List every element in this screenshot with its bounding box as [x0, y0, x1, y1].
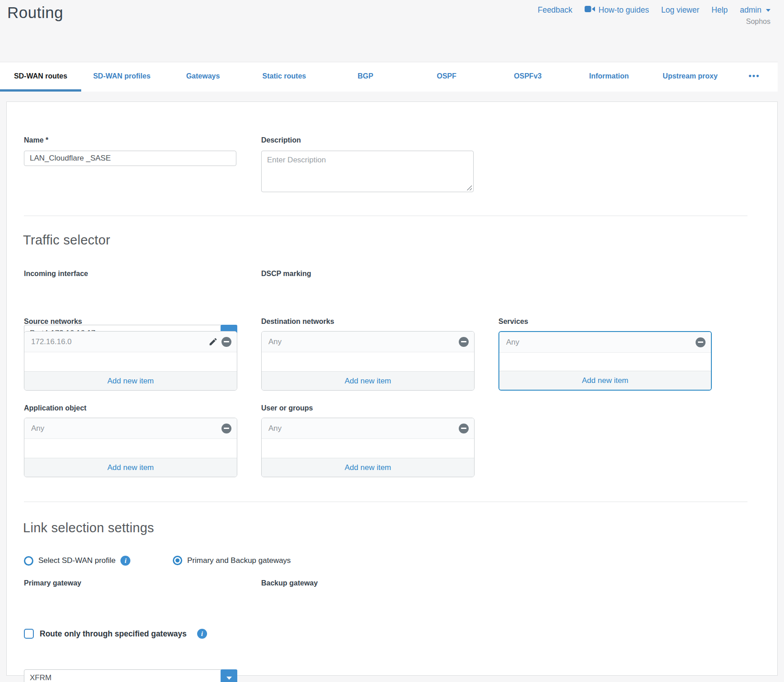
tab-sd-wan-profiles[interactable]: SD-WAN profiles: [81, 62, 162, 92]
user-or-groups-listbox: Any Add new item: [261, 418, 475, 477]
services-label: Services: [498, 318, 528, 326]
link-selection-heading: Link selection settings: [23, 521, 154, 535]
caret-down-icon: [226, 677, 232, 680]
route-only-checkbox-row: Route only through specified gateways: [24, 629, 207, 639]
add-new-item-button[interactable]: Add new item: [24, 371, 237, 390]
tab-gateways[interactable]: Gateways: [162, 62, 244, 92]
application-object-listbox: Any Add new item: [24, 418, 237, 477]
list-item: Any: [499, 332, 711, 353]
page-title: Routing: [7, 4, 63, 22]
description-textarea[interactable]: [261, 151, 474, 192]
destination-networks-label: Destination networks: [261, 318, 334, 326]
remove-item-icon[interactable]: [459, 337, 469, 347]
dscp-marking-label: DSCP marking: [261, 270, 311, 278]
primary-gateway-label: Primary gateway: [24, 579, 81, 587]
source-networks-label: Source networks: [24, 318, 82, 326]
name-input[interactable]: [24, 151, 236, 166]
add-new-item-button[interactable]: Add new item: [262, 458, 474, 477]
header-links: Feedback How-to guides Log viewer Help a…: [538, 5, 770, 15]
tab-sd-wan-routes[interactable]: SD-WAN routes: [0, 62, 81, 92]
remove-item-icon[interactable]: [696, 337, 706, 347]
brand-label: Sophos: [538, 18, 770, 26]
remove-item-icon[interactable]: [459, 424, 469, 433]
route-only-checkbox[interactable]: [24, 629, 34, 639]
tab-upstream-proxy[interactable]: Upstream proxy: [650, 62, 731, 92]
section-divider: [24, 502, 747, 502]
traffic-selector-heading: Traffic selector: [23, 233, 110, 248]
application-object-label: Application object: [24, 404, 87, 412]
info-icon[interactable]: [120, 556, 130, 566]
tab-bgp[interactable]: BGP: [325, 62, 406, 92]
chevron-down-icon: [766, 9, 770, 12]
services-listbox: Any Add new item: [498, 331, 712, 391]
tab-more-icon[interactable]: •••: [731, 62, 778, 92]
add-new-item-button[interactable]: Add new item: [499, 371, 711, 390]
routing-tabbar: SD-WAN routes SD-WAN profiles Gateways S…: [0, 62, 778, 92]
name-label: Name *: [24, 136, 48, 144]
primary-backup-radio[interactable]: Primary and Backup gateways: [173, 556, 291, 565]
user-or-groups-label: User or groups: [261, 404, 313, 412]
video-camera-icon: [585, 5, 595, 15]
section-divider: [24, 216, 747, 216]
radio-selected-icon[interactable]: [173, 556, 182, 565]
incoming-interface-label: Incoming interface: [24, 270, 88, 278]
info-icon[interactable]: [197, 629, 207, 639]
list-item: Any: [262, 418, 474, 439]
sd-wan-route-form-panel: Name * Description Traffic selector Inco…: [6, 101, 778, 676]
radio-unselected-icon[interactable]: [24, 556, 33, 566]
user-menu[interactable]: admin: [740, 5, 770, 15]
help-link[interactable]: Help: [711, 5, 728, 15]
tab-ospfv3[interactable]: OSPFv3: [487, 62, 568, 92]
edit-pencil-icon[interactable]: [208, 337, 218, 346]
add-new-item-button[interactable]: Add new item: [262, 371, 474, 390]
add-new-item-button[interactable]: Add new item: [24, 458, 237, 477]
tab-static-routes[interactable]: Static routes: [244, 62, 325, 92]
primary-gateway-select[interactable]: XFRM: [24, 669, 237, 682]
list-item: Any: [262, 332, 474, 352]
tab-information[interactable]: Information: [568, 62, 650, 92]
destination-networks-listbox: Any Add new item: [261, 331, 475, 391]
remove-item-icon[interactable]: [221, 337, 231, 347]
list-item: 172.16.16.0: [24, 332, 237, 352]
log-viewer-link[interactable]: Log viewer: [661, 5, 700, 15]
list-item: Any: [24, 418, 237, 439]
feedback-link[interactable]: Feedback: [538, 5, 572, 15]
sdwan-profile-radio[interactable]: Select SD-WAN profile: [24, 556, 130, 566]
page-header: Routing Feedback How-to guides Log viewe…: [0, 0, 784, 62]
source-networks-listbox: 172.16.16.0 Add new item: [24, 331, 237, 391]
tab-ospf[interactable]: OSPF: [406, 62, 487, 92]
howto-guides-link[interactable]: How-to guides: [585, 5, 649, 15]
remove-item-icon[interactable]: [221, 424, 231, 433]
description-label: Description: [261, 136, 301, 144]
backup-gateway-label: Backup gateway: [261, 579, 318, 587]
